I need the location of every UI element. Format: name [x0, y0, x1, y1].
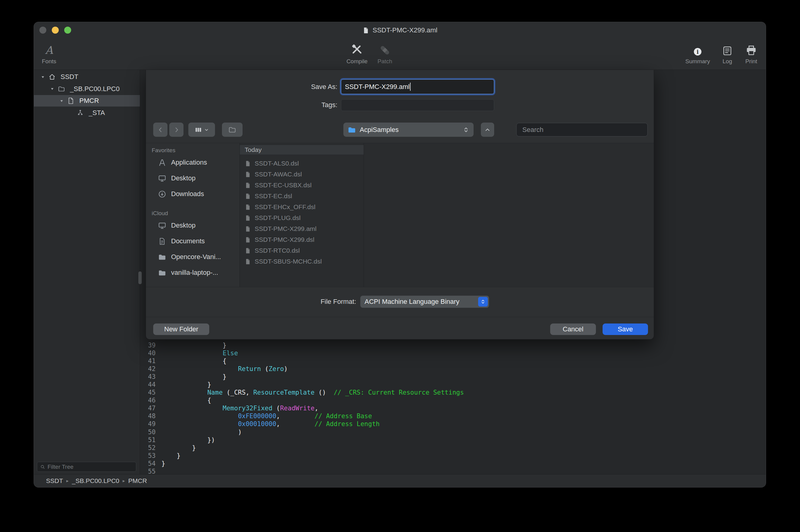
code-lines: 39 }40 Else41 {42 Return (Zero)43 }44 }4… — [141, 341, 766, 474]
chevron-down-icon — [204, 127, 209, 132]
sidebar-item-applications[interactable]: Applications — [146, 155, 240, 170]
fonts-label: Fonts — [42, 58, 56, 65]
sidebar-item-downloads[interactable]: Downloads — [146, 186, 240, 202]
search-input[interactable] — [522, 126, 644, 134]
group-header: Today — [240, 145, 364, 155]
document-icon — [244, 248, 251, 254]
breadcrumb-separator: ▸ — [123, 478, 125, 483]
code-line: 55 — [141, 468, 766, 474]
disclosure-triangle-icon — [38, 75, 47, 79]
print-button[interactable]: Print — [736, 41, 766, 65]
sidebar-item-label: Documents — [171, 237, 205, 245]
document-icon — [244, 215, 251, 221]
document-icon — [244, 160, 251, 167]
sidebar-item-desktop[interactable]: Desktop — [146, 217, 240, 233]
file-row-ssdt-ec-dsl[interactable]: SSDT-EC.dsl — [240, 191, 364, 202]
tree-item-sta[interactable]: _STA — [34, 107, 140, 119]
location-value: AcpiSamples — [360, 126, 398, 134]
file-name: SSDT-AWAC.dsl — [255, 171, 302, 178]
applications-icon — [157, 158, 167, 167]
desktop-icon — [157, 222, 167, 230]
code-text: } — [162, 460, 165, 468]
tags-input[interactable] — [341, 99, 494, 111]
up-button[interactable] — [481, 122, 494, 137]
line-number: 44 — [141, 381, 156, 388]
folder-action-button[interactable] — [222, 122, 243, 137]
sidebar-item-documents[interactable]: Documents — [146, 233, 240, 249]
sidebar-item-desktop[interactable]: Desktop — [146, 170, 240, 186]
code-line: 44 } — [141, 381, 766, 388]
filter-input[interactable] — [48, 463, 133, 470]
code-text: } — [162, 341, 226, 349]
save-button[interactable]: Save — [602, 323, 648, 335]
file-row-ssdt-plug-dsl[interactable]: SSDT-PLUG.dsl — [240, 212, 364, 223]
line-number: 54 — [141, 460, 156, 468]
file-row-ssdt-awac-dsl[interactable]: SSDT-AWAC.dsl — [240, 169, 364, 180]
document-icon — [66, 97, 76, 104]
file-name: SSDT-EHCx_OFF.dsl — [255, 203, 316, 211]
breadcrumb-item: PMCR — [128, 477, 147, 484]
file-name: SSDT-PMC-X299.dsl — [255, 236, 314, 243]
file-row-ssdt-als0-dsl[interactable]: SSDT-ALS0.dsl — [240, 158, 364, 169]
code-line: 40 Else — [141, 349, 766, 357]
file-row-ssdt-sbus-mchc-dsl[interactable]: SSDT-SBUS-MCHC.dsl — [240, 256, 364, 267]
chevron-up-down-icon — [463, 127, 469, 133]
documents-icon — [157, 237, 167, 245]
sidebar-section-icloud: iCloud — [152, 209, 240, 217]
file-row-ssdt-ec-usbx-dsl[interactable]: SSDT-EC-USBX.dsl — [240, 180, 364, 191]
file-row-ssdt-ehcx-off-dsl[interactable]: SSDT-EHCx_OFF.dsl — [240, 202, 364, 212]
search-icon — [40, 464, 45, 470]
cancel-button[interactable]: Cancel — [550, 323, 596, 335]
document-icon — [244, 259, 251, 265]
splitter-handle[interactable] — [138, 271, 142, 284]
code-text: 0xFE000000, // Address Base — [162, 412, 372, 420]
code-text: { — [162, 357, 226, 365]
tree-item-sb-pc00-lpc0[interactable]: _SB.PC00.LPC0 — [34, 83, 140, 95]
chevron-left-icon — [157, 127, 164, 133]
line-number: 48 — [141, 412, 156, 420]
sidebar: SSDT_SB.PC00.LPC0PMCR_STA — [34, 70, 140, 474]
log-icon — [722, 41, 733, 57]
breadcrumb-item: SSDT — [46, 477, 63, 484]
file-format-popup[interactable]: ACPI Machine Language Binary — [360, 296, 489, 308]
line-number: 43 — [141, 373, 156, 381]
search-field[interactable] — [516, 123, 648, 136]
patch-icon — [378, 41, 391, 57]
filter-field[interactable] — [37, 462, 136, 472]
sidebar-item-opencore-vani[interactable]: Opencore-Vani... — [146, 249, 240, 265]
window-title: SSDT-PMC-X299.aml — [34, 22, 766, 38]
new-folder-button[interactable]: New Folder — [153, 323, 209, 335]
location-popup[interactable]: AcpiSamples — [343, 122, 473, 137]
code-text: { — [162, 396, 211, 404]
back-button[interactable] — [153, 122, 167, 137]
compile-button[interactable]: Compile — [342, 41, 372, 65]
home-icon — [47, 73, 57, 80]
stepper — [478, 297, 488, 307]
group-header-label: Today — [245, 146, 262, 153]
file-name: SSDT-SBUS-MCHC.dsl — [255, 258, 322, 265]
patch-button[interactable]: Patch — [370, 41, 400, 65]
print-label: Print — [745, 58, 757, 65]
code-line: 41 { — [141, 357, 766, 365]
summary-label: Summary — [685, 58, 710, 65]
sidebar-item-label: Downloads — [171, 190, 204, 198]
file-row-ssdt-pmc-x299-dsl[interactable]: SSDT-PMC-X299.dsl — [240, 234, 364, 245]
tree-item-pmcr[interactable]: PMCR — [34, 95, 140, 107]
file-row-ssdt-rtc0-dsl[interactable]: SSDT-RTC0.dsl — [240, 245, 364, 256]
document-icon — [244, 182, 251, 189]
file-row-ssdt-pmc-x299-aml[interactable]: SSDT-PMC-X299.aml — [240, 223, 364, 234]
view-mode-button[interactable] — [188, 122, 215, 137]
tree-item-ssdt[interactable]: SSDT — [34, 71, 140, 82]
line-number: 39 — [141, 341, 156, 349]
code-line: 48 0xFE000000, // Address Base — [141, 412, 766, 420]
code-line: 54} — [141, 460, 766, 468]
forward-button[interactable] — [169, 122, 184, 137]
downloads-icon — [157, 190, 167, 198]
sidebar-item-vanilla-laptop[interactable]: vanilla-laptop-... — [146, 265, 240, 281]
fonts-button[interactable]: A Fonts — [34, 41, 64, 65]
line-number: 52 — [141, 444, 156, 452]
file-name: SSDT-PLUG.dsl — [255, 214, 301, 222]
code-text: Return (Zero) — [162, 365, 288, 373]
summary-button[interactable]: i Summary — [683, 41, 713, 65]
save-as-input[interactable]: SSDT-PMC-X299.aml — [341, 79, 494, 94]
